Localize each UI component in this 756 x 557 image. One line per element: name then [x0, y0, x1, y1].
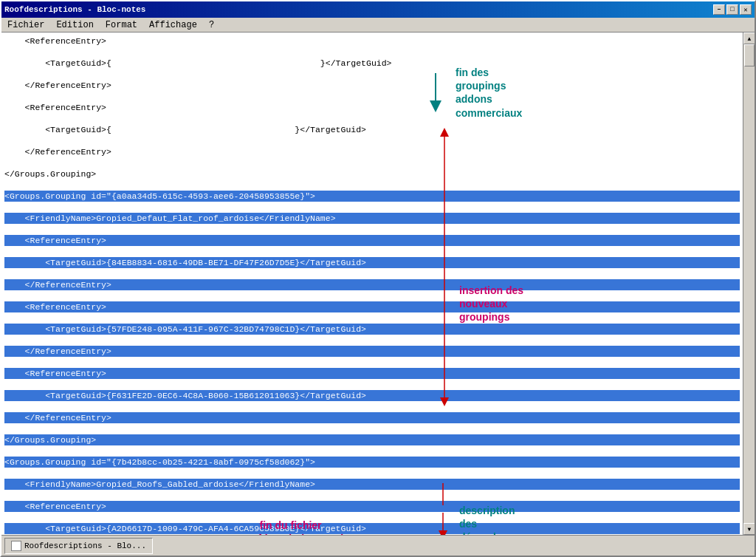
code-line: <TargetGuid>{ }</TargetGuid>	[4, 58, 740, 69]
scroll-down-button[interactable]: ▼	[743, 523, 755, 535]
title-buttons: – □ ✕	[713, 4, 752, 15]
content-area: <ReferenceEntry> <TargetGuid>{ }</Target…	[1, 33, 755, 535]
code-line: <ReferenceEntry>	[4, 368, 740, 379]
app-icon	[11, 541, 21, 551]
code-line: <ReferenceEntry>	[4, 301, 740, 312]
scroll-track[interactable]	[743, 44, 755, 523]
code-line: </ReferenceEntry>	[4, 146, 740, 157]
maximize-button[interactable]: □	[726, 4, 738, 15]
menu-edition[interactable]: Edition	[50, 18, 99, 32]
text-editor[interactable]: <ReferenceEntry> <TargetGuid>{ }</Target…	[1, 33, 743, 535]
code-line: <Groups.Grouping id="{7b42b8cc-0b25-4221…	[4, 457, 740, 468]
scroll-up-button[interactable]: ▲	[743, 33, 755, 44]
code-line: </ReferenceEntry>	[4, 80, 740, 91]
vertical-scrollbar[interactable]: ▲ ▼	[743, 33, 755, 535]
menu-format[interactable]: Format	[100, 18, 143, 32]
window-title: Roofdescriptions - Bloc-notes	[4, 5, 145, 14]
code-line: </ReferenceEntry>	[4, 279, 740, 290]
code-line: <ReferenceEntry>	[4, 35, 740, 47]
code-line: <FriendlyName>Gropied_Defaut_Flat_roof_a…	[4, 213, 740, 224]
code-line: <TargetGuid>{ }</TargetGuid>	[4, 124, 740, 135]
taskbar-app-button[interactable]: Roofdescriptions - Blo...	[4, 538, 153, 554]
code-line: <TargetGuid>{57FDE248-095A-411F-967C-32B…	[4, 324, 740, 335]
title-bar: Roofdescriptions - Bloc-notes – □ ✕	[1, 1, 755, 18]
code-line: </Groups.Grouping>	[4, 434, 740, 445]
menu-affichage[interactable]: Affichage	[143, 18, 203, 32]
code-line: <ReferenceEntry>	[4, 235, 740, 246]
main-window: Roofdescriptions - Bloc-notes – □ ✕ Fich…	[0, 0, 756, 557]
code-line: <ReferenceEntry>	[4, 102, 740, 113]
code-line: </ReferenceEntry>	[4, 412, 740, 423]
scroll-thumb[interactable]	[744, 44, 755, 66]
menu-fichier[interactable]: Fichier	[1, 18, 50, 32]
code-content: <ReferenceEntry> <TargetGuid>{ }</Target…	[4, 35, 740, 535]
code-line: <FriendlyName>Gropied_Roofs_Gabled_ardoi…	[4, 479, 740, 490]
menu-bar: Fichier Edition Format Affichage ?	[1, 18, 755, 33]
code-line: <Groups.Grouping id="{a0aa34d5-615c-4593…	[4, 191, 740, 202]
code-line: </Groups.Grouping>	[4, 168, 740, 180]
menu-help[interactable]: ?	[203, 18, 220, 32]
minimize-button[interactable]: –	[713, 4, 725, 15]
taskbar-label: Roofdescriptions - Blo...	[24, 541, 146, 550]
close-button[interactable]: ✕	[740, 4, 752, 15]
code-line: <TargetGuid>{84EB8834-6816-49DB-BE71-DF4…	[4, 257, 740, 268]
code-line: <TargetGuid>{F631FE2D-0EC6-4C8A-B060-15B…	[4, 390, 740, 401]
code-line: <ReferenceEntry>	[4, 501, 740, 512]
code-line: <TargetGuid>{A2D6617D-1009-479C-AFA4-6CA…	[4, 523, 740, 534]
taskbar: Roofdescriptions - Blo...	[1, 535, 755, 556]
code-line: </ReferenceEntry>	[4, 346, 740, 357]
